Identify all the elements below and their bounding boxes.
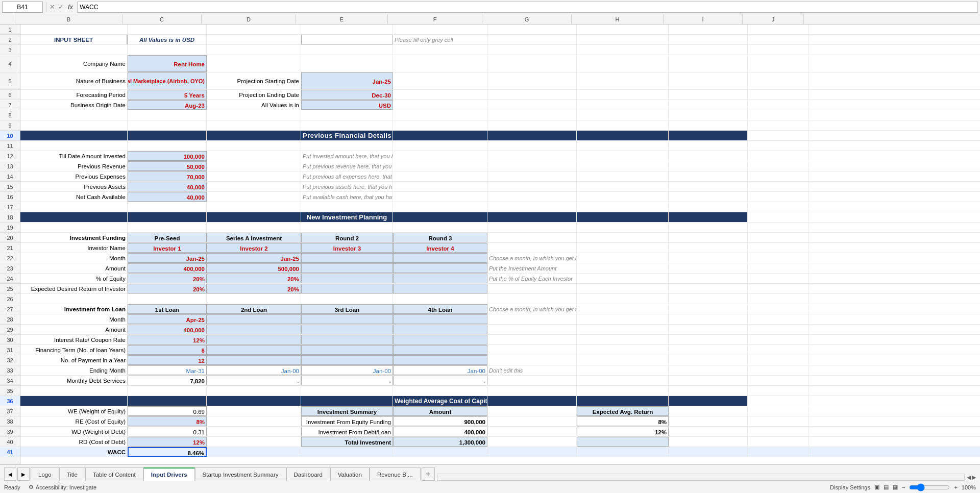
row-num-35[interactable]: 35 — [0, 386, 20, 396]
cell-i3[interactable] — [669, 45, 748, 55]
cell-j8[interactable] — [748, 110, 809, 120]
cell-h1[interactable] — [577, 24, 669, 34]
tab-logo[interactable]: Logo — [31, 467, 59, 481]
cell-f19[interactable] — [393, 223, 487, 232]
tab-input-drivers[interactable]: Input Drivers — [143, 467, 195, 481]
cell-i11[interactable] — [669, 141, 748, 151]
cell-e29-loan-amt3[interactable] — [301, 325, 393, 334]
cell-j6[interactable] — [748, 90, 809, 100]
col-header-c[interactable]: C — [122, 14, 202, 24]
row-num-8[interactable]: 8 — [0, 110, 20, 120]
cell-e35[interactable] — [301, 386, 393, 396]
cell-j11[interactable] — [748, 141, 809, 151]
cell-d9[interactable] — [207, 120, 301, 130]
tab-toc[interactable]: Table of Content — [85, 467, 143, 481]
col-header-i[interactable]: I — [664, 14, 743, 24]
row-num-39[interactable]: 39 — [0, 427, 20, 437]
cell-j17[interactable] — [748, 202, 809, 212]
cell-b11[interactable] — [20, 141, 128, 151]
formula-input[interactable] — [77, 2, 978, 13]
cell-i4[interactable] — [669, 55, 748, 72]
cell-i1[interactable] — [669, 24, 748, 34]
cell-d25-return2[interactable]: 20% — [207, 284, 301, 293]
cell-b3[interactable] — [20, 45, 128, 55]
tab-title[interactable]: Title — [59, 467, 85, 481]
cell-i2[interactable] — [669, 35, 748, 44]
cell-e21-investor3[interactable]: Investor 3 — [301, 243, 393, 253]
cell-c24-equity1[interactable]: 20% — [128, 274, 207, 283]
cell-f8[interactable] — [393, 110, 487, 120]
cell-h2[interactable] — [577, 35, 669, 44]
cell-c6-forecast-value[interactable]: 5 Years — [128, 90, 207, 100]
cell-i7[interactable] — [669, 100, 748, 110]
row-num-21[interactable]: 21 — [0, 243, 20, 253]
cell-d3[interactable] — [207, 45, 301, 55]
row-num-13[interactable]: 13 — [0, 161, 20, 171]
cell-f6[interactable] — [393, 90, 487, 100]
cell-j4[interactable] — [748, 55, 809, 72]
cell-c3[interactable] — [128, 45, 207, 55]
cell-c32-payments1[interactable]: 12 — [128, 355, 207, 365]
cell-d35[interactable] — [207, 386, 301, 396]
col-header-h[interactable]: H — [572, 14, 664, 24]
cell-f21-investor4[interactable]: Investor 4 — [393, 243, 487, 253]
cell-b17[interactable] — [20, 202, 128, 212]
add-sheet-button[interactable]: + — [422, 467, 435, 481]
cell-d30-interest2[interactable] — [207, 335, 301, 344]
cell-c23-amount1[interactable]: 400,000 — [128, 263, 207, 273]
cell-f26[interactable] — [393, 294, 487, 304]
row-num-28[interactable]: 28 — [0, 314, 20, 325]
cell-c5-nature-value[interactable]: Rental Marketplace (Airbnb, OYO) — [128, 72, 207, 89]
cell-j7[interactable] — [748, 100, 809, 110]
cell-c21-investor1[interactable]: Investor 1 — [128, 243, 207, 253]
row-num-29[interactable]: 29 — [0, 325, 20, 335]
view-pagebreak-icon[interactable]: ▦ — [893, 484, 898, 490]
cell-c12-value[interactable]: 100,000 — [128, 151, 207, 161]
cell-e22-month3[interactable] — [301, 253, 393, 263]
row-num-17[interactable]: 17 — [0, 202, 20, 212]
row-num-24[interactable]: 24 — [0, 274, 20, 284]
view-layout-icon[interactable]: ▤ — [884, 484, 889, 490]
cell-j5[interactable] — [748, 72, 809, 89]
row-num-37[interactable]: 37 — [0, 406, 20, 416]
row-num-2[interactable]: 2 — [0, 35, 20, 45]
scroll-arrow-right[interactable]: ▶ — [972, 474, 976, 481]
cell-f35[interactable] — [393, 386, 487, 396]
cell-f17[interactable] — [393, 202, 487, 212]
confirm-icon[interactable]: ✓ — [58, 3, 64, 11]
tab-scroll-right[interactable]: ▶ — [17, 467, 30, 481]
row-num-19[interactable]: 19 — [0, 223, 20, 233]
cell-e23-amount3[interactable] — [301, 263, 393, 273]
cell-c31-term1[interactable]: 6 — [128, 345, 207, 355]
cell-f31-term4[interactable] — [393, 345, 487, 355]
cell-e30-interest3[interactable] — [301, 335, 393, 344]
row-num-1[interactable]: 1 — [0, 24, 20, 35]
cancel-icon[interactable]: ✕ — [50, 3, 55, 11]
cell-c38-re-value[interactable]: 8% — [128, 416, 207, 426]
cell-e31-term3[interactable] — [301, 345, 393, 355]
cell-e2[interactable] — [301, 35, 393, 44]
cell-i6[interactable] — [669, 90, 748, 100]
cell-g1[interactable] — [487, 24, 577, 34]
cell-f4[interactable] — [393, 55, 487, 72]
cell-f22-month4[interactable] — [393, 253, 487, 263]
cell-h19[interactable] — [577, 223, 669, 232]
cell-e25-return3[interactable] — [301, 284, 393, 293]
col-header-d[interactable]: D — [202, 14, 296, 24]
cell-d19[interactable] — [207, 223, 301, 232]
row-num-5[interactable]: 5 — [0, 72, 20, 90]
row-num-4[interactable]: 4 — [0, 55, 20, 72]
cell-f28-loan-month4[interactable] — [393, 314, 487, 324]
cell-f23-amount4[interactable] — [393, 263, 487, 273]
cell-e24-equity3[interactable] — [301, 274, 393, 283]
cell-e4[interactable] — [301, 55, 393, 72]
tab-scroll-left[interactable]: ◀ — [4, 467, 16, 481]
cell-e1[interactable] — [301, 24, 393, 34]
tab-valuation[interactable]: Valuation — [330, 467, 370, 481]
cell-c4-company-name-value[interactable]: Rent Home — [128, 55, 207, 72]
cell-f11[interactable] — [393, 141, 487, 151]
cell-h11[interactable] — [577, 141, 669, 151]
row-num-18[interactable]: 18 — [0, 212, 20, 223]
cell-h8[interactable] — [577, 110, 669, 120]
cell-c7-origin-value[interactable]: Aug-23 — [128, 100, 207, 110]
